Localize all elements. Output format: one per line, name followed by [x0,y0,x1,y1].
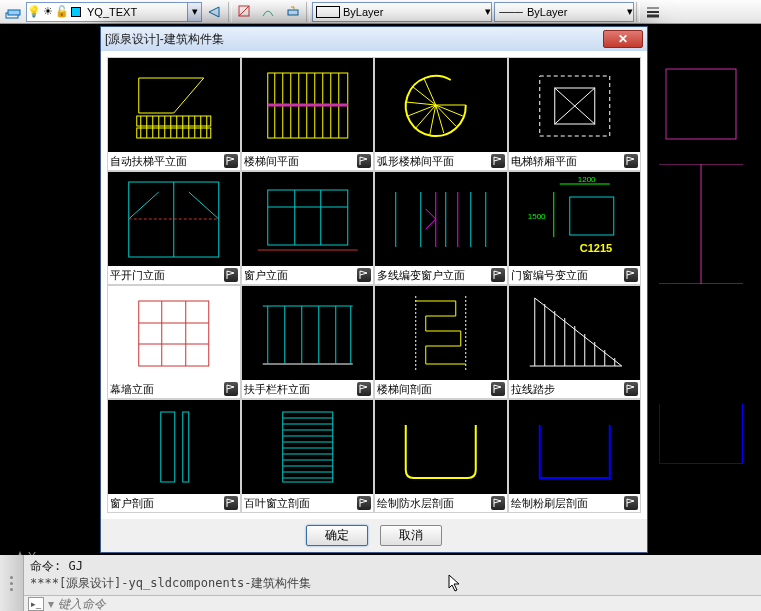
color-combo[interactable]: ByLayer ▾ [312,2,492,22]
flag-icon [491,154,505,168]
layer-prev-icon[interactable] [204,2,226,22]
flag-icon [491,496,505,510]
svg-rect-108 [183,412,189,482]
cell-label: 百叶窗立剖面 [244,496,310,511]
chevron-down-icon[interactable]: ▾ [187,3,201,21]
layer-tool-icon[interactable] [2,2,24,22]
grid-cell[interactable]: 扶手栏杆立面 [241,285,375,399]
svg-rect-20 [137,128,211,138]
cell-label: 弧形楼梯间平面 [377,154,454,169]
svg-line-52 [412,86,436,105]
color-bylayer: ByLayer [343,6,387,18]
flag-icon [491,382,505,396]
grid-cell[interactable]: 幕墙立面 [107,285,241,399]
cell-label: 多线编变窗户立面 [377,268,465,283]
flag-icon [224,154,238,168]
sun-icon: ☀ [41,5,55,18]
svg-text:C1215: C1215 [579,242,611,254]
layermatch-icon[interactable] [258,2,280,22]
ok-button[interactable]: 确定 [306,525,368,546]
top-toolbar: 💡 ☀ 🔓 YQ_TEXT ▾ ByLayer ▾ ─── ByLayer ▾ [0,0,761,24]
command-input-row: ▸_ ▾ [24,595,761,611]
grid-cell[interactable]: 窗户剖面 [107,399,241,513]
svg-rect-4 [288,10,298,15]
cmd-line: 命令: GJ [30,558,755,575]
linetype-bylayer: ByLayer [527,6,571,18]
dialog-titlebar[interactable]: [源泉设计]-建筑构件集 ✕ [101,27,647,51]
flag-icon [357,382,371,396]
svg-rect-81 [139,301,209,366]
command-input[interactable] [58,597,757,611]
cancel-button[interactable]: 取消 [380,525,442,546]
grid-cell[interactable]: 拉线踏步 [508,285,642,399]
svg-line-48 [430,105,436,135]
svg-line-53 [424,78,436,105]
svg-line-3 [239,6,249,16]
grid-cell[interactable]: 绘制粉刷层剖面 [508,399,642,513]
svg-line-45 [436,105,463,116]
grid-cell[interactable]: 多线编变窗户立面 [374,171,508,285]
chevron-icon[interactable]: ▾ [48,597,54,611]
layeriso-icon[interactable] [234,2,256,22]
cell-label: 扶手栏杆立面 [244,382,310,397]
dialog-button-row: 确定 取消 [101,519,647,552]
flag-icon [491,268,505,282]
close-button[interactable]: ✕ [603,30,643,48]
cell-label: 绘制粉刷层剖面 [511,496,588,511]
grid-cell[interactable]: 窗户立面 [241,171,375,285]
cell-label: 自动扶梯平立面 [110,154,187,169]
grid-cell[interactable]: 平开门立面 [107,171,241,285]
grid-cell[interactable]: 绘制防水层剖面 [374,399,508,513]
lineweight-icon[interactable] [642,2,664,22]
svg-line-73 [426,209,436,219]
layer-name: YQ_TEXT [83,6,141,18]
flag-icon [624,382,638,396]
chevron-down-icon[interactable]: ▾ [485,5,491,18]
grid-cell[interactable]: 百叶窗立剖面 [241,399,375,513]
flag-icon [624,268,638,282]
component-grid: 自动扶梯平立面 楼梯间平面 弧形楼梯间平面 电梯轿厢平面 平开门立面 窗户立面 … [107,57,641,513]
grid-cell[interactable]: 楼梯间平面 [241,57,375,171]
svg-line-51 [406,102,436,105]
grid-cell[interactable]: 12001500C1215门窗编号变立面 [508,171,642,285]
bulb-icon: 💡 [27,5,41,18]
flag-icon [624,154,638,168]
cell-label: 楼梯间平面 [244,154,299,169]
flag-icon [224,268,238,282]
cell-label: 门窗编号变立面 [511,268,588,283]
linetype-combo[interactable]: ─── ByLayer ▾ [494,2,634,22]
cell-label: 拉线踏步 [511,382,555,397]
lock-icon: 🔓 [55,5,69,18]
grid-cell[interactable]: 自动扶梯平立面 [107,57,241,171]
grid-cell[interactable]: 楼梯间剖面 [374,285,508,399]
cell-label: 窗户剖面 [110,496,154,511]
flag-icon [357,154,371,168]
grid-cell[interactable]: 电梯轿厢平面 [508,57,642,171]
flag-icon [224,382,238,396]
svg-line-74 [426,219,436,229]
cmd-line: ****[源泉设计]-yq_sldcomponents-建筑构件集 [30,575,755,592]
command-area: 命令: GJ ****[源泉设计]-yq_sldcomponents-建筑构件集… [0,555,761,611]
grid-cell[interactable]: 弧形楼梯间平面 [374,57,508,171]
flag-icon [357,268,371,282]
layer-combo[interactable]: 💡 ☀ 🔓 YQ_TEXT ▾ [26,2,202,22]
flag-icon [357,496,371,510]
cell-label: 平开门立面 [110,268,165,283]
svg-rect-79 [569,197,613,235]
cell-label: 楼梯间剖面 [377,382,432,397]
svg-text:1500: 1500 [527,212,545,221]
cell-label: 幕墙立面 [110,382,154,397]
layer-swatch [69,7,83,17]
svg-rect-61 [267,190,347,245]
component-dialog: [源泉设计]-建筑构件集 ✕ 自动扶梯平立面 楼梯间平面 弧形楼梯间平面 电梯轿… [100,26,648,553]
cell-label: 窗户立面 [244,268,288,283]
flag-icon [224,496,238,510]
color-swatch [316,6,340,18]
drag-handle[interactable] [0,555,24,611]
svg-line-106 [534,298,621,366]
layerext-icon[interactable] [282,2,304,22]
chevron-down-icon[interactable]: ▾ [627,5,633,18]
svg-rect-8 [666,69,736,139]
svg-rect-1 [8,10,20,15]
svg-rect-19 [137,116,211,126]
